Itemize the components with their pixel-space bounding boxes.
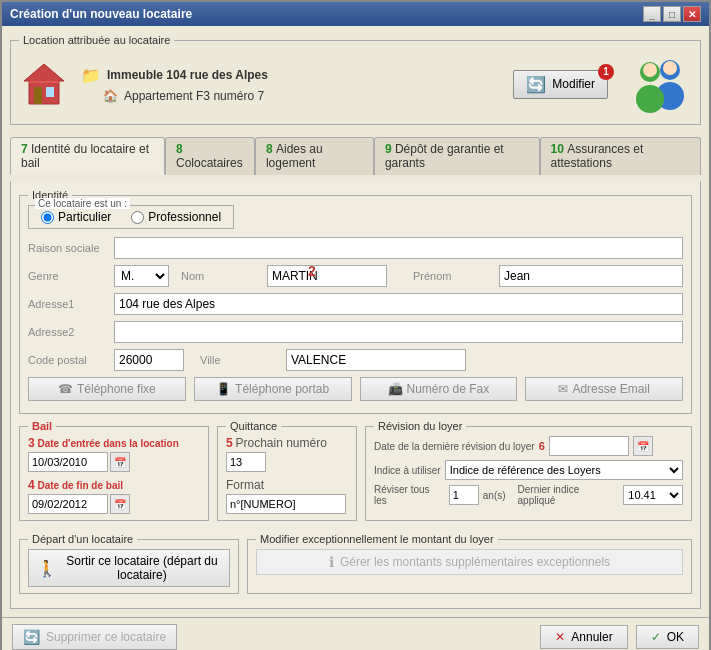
depart-fieldset: Départ d'un locataire 🚶 Sortir ce locata… (19, 533, 239, 594)
revision-indice-row: Indice à utiliser Indice de référence de… (374, 460, 683, 480)
revision-indice-select[interactable]: Indice de référence des Loyers (445, 460, 683, 480)
bail-date-entree-input[interactable] (28, 452, 108, 472)
email-button[interactable]: ✉ Adresse Email (525, 377, 683, 401)
revision-reviser-label: Réviser tous les (374, 484, 445, 506)
bail-date-fin-calendar[interactable]: 📅 (110, 494, 130, 514)
tab-8b-num: 8 (266, 142, 276, 156)
type-label: Ce locataire est un : (35, 198, 130, 209)
action-buttons: ✕ Annuler ✓ OK (540, 625, 699, 649)
tab-depot[interactable]: 9 Dépôt de garantie et garants (374, 137, 540, 175)
bottom-bar: 🔄 Supprimer ce locataire ✕ Annuler ✓ OK (2, 617, 709, 650)
bail-legend: Bail (28, 420, 56, 432)
montant-btn-label: Gérer les montants supplémentaires excep… (340, 555, 610, 569)
depart-person-icon: 🚶 (37, 559, 57, 578)
bail-date-entree-badge: 3 (28, 436, 35, 450)
quittance-fieldset: Quittance 5 Prochain numéro Format (217, 420, 357, 521)
maximize-button[interactable]: □ (663, 6, 681, 22)
adresse2-label: Adresse2 (28, 326, 108, 338)
cancel-icon: ✕ (555, 630, 565, 644)
property-line2: 🏠 Appartement F3 numéro 7 (81, 89, 501, 103)
professionnel-radio[interactable] (131, 211, 144, 224)
bail-quittance-revision-row: Bail 3 Date d'entrée dans la location 📅 … (19, 420, 692, 527)
revision-an-label: an(s) (483, 490, 506, 501)
adresse1-input[interactable] (114, 293, 683, 315)
delete-icon: 🔄 (23, 629, 40, 645)
bail-date-entree-label-row: 3 Date d'entrée dans la location (28, 436, 200, 450)
house-icon (19, 59, 69, 109)
prenom-input[interactable] (499, 265, 683, 287)
tab-aides[interactable]: 8 Aides au logement (255, 137, 374, 175)
tab-identite-label: Identité du locataire et bail (21, 142, 149, 170)
email-icon: ✉ (558, 382, 568, 396)
cancel-button[interactable]: ✕ Annuler (540, 625, 627, 649)
tab-8a-num: 8 (176, 142, 183, 156)
delete-btn-label: Supprimer ce locataire (46, 630, 166, 644)
modify-button[interactable]: 🔄 Modifier 1 (513, 70, 608, 99)
bail-date-entree-label: Date d'entrée dans la location (37, 438, 178, 449)
depart-button[interactable]: 🚶 Sortir ce locataire (départ du locatai… (28, 549, 230, 587)
quittance-format-label-row: Format (226, 478, 348, 492)
location-legend: Location attribuée au locataire (19, 34, 174, 46)
montant-button: ℹ Gérer les montants supplémentaires exc… (256, 549, 683, 575)
adresse2-input[interactable] (114, 321, 683, 343)
phone-fixe-label: Téléphone fixe (77, 382, 156, 396)
raison-sociale-input[interactable] (114, 237, 683, 259)
depart-legend: Départ d'un locataire (28, 533, 137, 545)
revision-date-calendar[interactable]: 📅 (633, 436, 653, 456)
avatar-group (620, 54, 692, 114)
revision-dernier-indice-select[interactable]: 10.41 (623, 485, 683, 505)
fax-label: Numéro de Fax (407, 382, 490, 396)
bail-date-entree-row: 📅 (28, 452, 200, 472)
bail-date-entree-calendar[interactable]: 📅 (110, 452, 130, 472)
content-area: Location attribuée au locataire 📁 Immeub… (2, 26, 709, 617)
svg-rect-2 (46, 87, 54, 97)
tab-depot-label: Dépôt de garantie et garants (385, 142, 504, 170)
raison-sociale-label: Raison sociale (28, 242, 108, 254)
revision-reviser-input[interactable] (449, 485, 479, 505)
depart-btn-label: Sortir ce locataire (départ du locataire… (63, 554, 221, 582)
revision-fieldset: Révision du loyer Date de la dernière ré… (365, 420, 692, 521)
nom-label: Nom (181, 270, 261, 282)
refresh-icon: 🔄 (526, 75, 546, 94)
minimize-button[interactable]: _ (643, 6, 661, 22)
professionnel-option[interactable]: Professionnel (131, 210, 221, 224)
quittance-format-input[interactable] (226, 494, 346, 514)
svg-point-8 (663, 61, 677, 75)
tab-assurances[interactable]: 10 Assurances et attestations (540, 137, 701, 175)
property-line1: 📁 Immeuble 104 rue des Alpes (81, 66, 501, 85)
particulier-radio[interactable] (41, 211, 54, 224)
particulier-option[interactable]: Particulier (41, 210, 111, 224)
modify-badge: 1 (598, 64, 614, 80)
tab-colocataires[interactable]: 8 Colocataires (165, 137, 255, 175)
revision-date-badge: 6 (539, 440, 545, 452)
main-panel: Identité Ce locataire est un : Particuli… (10, 181, 701, 609)
close-button[interactable]: ✕ (683, 6, 701, 22)
apt-icon: 🏠 (103, 89, 118, 103)
genre-select[interactable]: M. Mme Mlle (114, 265, 169, 287)
codepostal-input[interactable] (114, 349, 184, 371)
fax-button[interactable]: 📠 Numéro de Fax (360, 377, 518, 401)
nom-badge: 2 (308, 263, 316, 279)
revision-date-input[interactable] (549, 436, 629, 456)
quittance-num-input[interactable] (226, 452, 266, 472)
bail-date-fin-input[interactable] (28, 494, 108, 514)
ville-label: Ville (200, 354, 280, 366)
quittance-format-row (226, 494, 348, 514)
quittance-num-label: 5 Prochain numéro (226, 436, 348, 450)
delete-button[interactable]: 🔄 Supprimer ce locataire (12, 624, 177, 650)
tab-identite[interactable]: 7 Identité du locataire et bail (10, 137, 165, 175)
tabs-container: 7 Identité du locataire et bail 8 Coloca… (10, 137, 701, 175)
bail-date-fin-label-row: 4 Date de fin de bail (28, 478, 200, 492)
ok-button[interactable]: ✓ OK (636, 625, 699, 649)
phone-mobile-button[interactable]: 📱 Téléphone portab (194, 377, 352, 401)
adresse1-row: Adresse1 (28, 293, 683, 315)
main-window: Création d'un nouveau locataire _ □ ✕ Lo… (0, 0, 711, 650)
bail-date-fin-badge: 4 (28, 478, 35, 492)
identite-fieldset: Identité Ce locataire est un : Particuli… (19, 189, 692, 414)
ville-input[interactable] (286, 349, 466, 371)
nom-input[interactable] (267, 265, 387, 287)
property-info: 📁 Immeuble 104 rue des Alpes 🏠 Apparteme… (81, 66, 501, 103)
codepostal-label: Code postal (28, 354, 108, 366)
adresse1-label: Adresse1 (28, 298, 108, 310)
phone-fixe-button[interactable]: ☎ Téléphone fixe (28, 377, 186, 401)
